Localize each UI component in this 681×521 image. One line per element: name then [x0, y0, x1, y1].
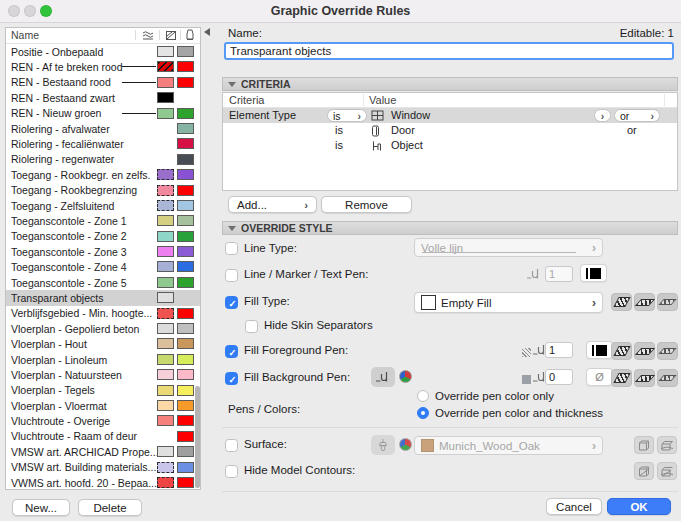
drafting-fill-toggle-button[interactable] — [657, 293, 678, 311]
drafting-fill-toggle-button[interactable] — [657, 369, 678, 387]
fill-background-pen-label: Fill Background Pen: — [244, 371, 350, 383]
rule-list-item[interactable]: Vloerplan - Vloermat — [6, 398, 200, 413]
rule-list-item[interactable]: Toegang - Rookbegrenzing — [6, 183, 200, 198]
rule-list-item[interactable]: REN - Bestaand zwart — [6, 90, 200, 105]
value-picker-button[interactable]: › — [594, 109, 611, 122]
remove-criteria-button[interactable]: Remove — [321, 196, 412, 213]
rule-list-item[interactable]: Riolering - regenwater — [6, 152, 200, 167]
rule-list-item[interactable]: Toeganscontole - Zone 4 — [6, 259, 200, 274]
rule-list-item[interactable]: VMSW art. Building materials... — [6, 460, 200, 475]
new-rule-button[interactable]: New... — [12, 499, 70, 516]
fill-background-pen-checkbox[interactable] — [225, 372, 238, 385]
rule-list-item[interactable]: REN - Nieuw groen — [6, 106, 200, 121]
pens-colors-radio-option[interactable]: Override pen color and thickness — [417, 405, 603, 420]
criteria-row[interactable]: Element Typeis›Window›or› — [223, 108, 677, 123]
hide-model-contours-checkbox[interactable] — [225, 465, 238, 478]
fill-background-swatch — [177, 46, 194, 57]
cancel-button[interactable]: Cancel — [546, 498, 602, 515]
fill-type-dropdown[interactable]: Empty Fill › — [414, 292, 603, 313]
zoom-window-icon[interactable] — [40, 5, 52, 17]
rule-list-item[interactable]: Vloerplan - Gepolierd beton — [6, 321, 200, 336]
rule-list-item[interactable]: Toegang - Rookbegr. en zelfs. — [6, 167, 200, 182]
fill-background-swatch — [177, 308, 194, 319]
rule-list-item[interactable]: Vloerplan - Linoleum — [6, 352, 200, 367]
pen-set-button[interactable] — [371, 367, 395, 387]
cover-fill-toggle-button[interactable] — [634, 293, 655, 311]
rules-list[interactable]: Positie - OnbepaaldREN - Af te breken ro… — [6, 44, 200, 489]
fill-type-value: Empty Fill — [441, 297, 491, 309]
rule-list-item[interactable]: Transparant objects — [6, 290, 200, 305]
fill-foreground-pen-color-button[interactable] — [586, 341, 613, 359]
line-type-label: Line Type: — [244, 242, 297, 254]
rule-name-input[interactable] — [224, 42, 674, 60]
surface-cut-button[interactable] — [657, 436, 677, 454]
rule-list-item[interactable]: Toeganscontole - Zone 2 — [6, 229, 200, 244]
cut-fill-icon — [613, 373, 630, 383]
contours-cut-button[interactable] — [657, 462, 677, 480]
rule-list-item[interactable]: Toeganscontole - Zone 1 — [6, 213, 200, 228]
rule-list-item[interactable]: REN - Bestaand rood — [6, 75, 200, 90]
cut-fill-toggle-button[interactable] — [611, 342, 632, 360]
rule-list-item[interactable]: Riolering - afvalwater — [6, 121, 200, 136]
rule-list-item[interactable]: VMSW art. ARCHICAD Prope... — [6, 444, 200, 459]
cover-fill-toggle-button[interactable] — [634, 342, 655, 360]
contours-all-button[interactable] — [634, 462, 654, 480]
surface-paint-button[interactable] — [371, 435, 395, 455]
rule-list-item[interactable]: Vloerplan - Hout — [6, 336, 200, 351]
pens-colors-radio-option[interactable]: Override pen color only — [417, 388, 603, 403]
close-window-icon[interactable] — [8, 5, 20, 17]
disclosure-triangle-icon — [228, 82, 236, 87]
fill-background-swatch — [177, 154, 194, 165]
ok-button[interactable]: OK — [607, 498, 671, 515]
override-style-section-header[interactable]: OVERRIDE STYLE — [222, 221, 678, 235]
list-scrollbar-thumb[interactable] — [195, 386, 200, 488]
criteria-section-header[interactable]: CRITERIA — [222, 77, 678, 91]
rule-name: Vluchtroute - Overige — [6, 415, 110, 427]
rule-list-item[interactable]: Vluchtroute - Raam of deur — [6, 429, 200, 444]
panel-collapse-arrow-icon[interactable] — [204, 28, 210, 36]
fill-foreground-pen-checkbox[interactable] — [225, 345, 238, 358]
rule-name: Transparant objects — [6, 292, 103, 304]
fill-foreground-pen-number-input[interactable] — [545, 342, 573, 358]
radio-button-icon[interactable] — [417, 407, 429, 419]
color-wheel-icon[interactable] — [399, 370, 412, 383]
hide-skin-separators-checkbox[interactable] — [245, 320, 258, 333]
rule-list-item[interactable]: Toeganscontole - Zone 3 — [6, 244, 200, 259]
fill-background-pen-number-input[interactable] — [545, 369, 573, 385]
minimize-window-icon[interactable] — [24, 5, 36, 17]
color-wheel-icon[interactable] — [399, 438, 412, 451]
line-pen-color-button[interactable] — [580, 264, 607, 282]
rule-list-item[interactable]: Positie - Onbepaald — [6, 44, 200, 59]
line-type-checkbox[interactable] — [225, 242, 238, 255]
rule-name: Riolering - regenwater — [6, 153, 114, 165]
drafting-fill-toggle-button[interactable] — [657, 342, 678, 360]
line-type-dropdown[interactable]: Volle lijn › — [414, 238, 603, 257]
rule-list-item[interactable]: Vloerplan - Natuursteen — [6, 367, 200, 382]
rule-list-item[interactable]: Riolering - fecaliënwater — [6, 136, 200, 151]
add-criteria-button[interactable]: Add... › — [228, 196, 317, 213]
criteria-row[interactable]: isObject — [223, 138, 677, 153]
rule-list-item[interactable]: Verblijfsgebied - Min. hoogte... — [6, 306, 200, 321]
radio-button-icon[interactable] — [417, 390, 429, 402]
rule-list-item[interactable]: Vloerplan - Tegels — [6, 383, 200, 398]
rule-list-item[interactable]: Toegang - Zelfsluitend — [6, 198, 200, 213]
cut-fill-toggle-button[interactable] — [611, 293, 632, 311]
rule-list-item[interactable]: VWMS art. hoofd. 20 - Bepaa... — [6, 475, 200, 489]
cover-fill-toggle-button[interactable] — [634, 369, 655, 387]
fill-type-checkbox[interactable] — [225, 296, 238, 309]
surface-dropdown[interactable]: Munich_Wood_Oak › — [414, 436, 603, 455]
rule-list-item[interactable]: Toeganscontole - Zone 5 — [6, 275, 200, 290]
rule-list-item[interactable]: Vluchtroute - Overige — [6, 413, 200, 428]
rule-list-item[interactable]: REN - Af te breken rood — [6, 59, 200, 74]
line-marker-text-pen-checkbox[interactable] — [225, 269, 238, 282]
cut-fill-toggle-button[interactable] — [611, 369, 632, 387]
delete-rule-button[interactable]: Delete — [78, 499, 142, 516]
fill-background-pen-color-button[interactable]: Ø — [586, 368, 613, 386]
fill-background-swatch — [177, 61, 194, 72]
surface-all-button[interactable] — [634, 436, 654, 454]
criteria-row[interactable]: isDooror — [223, 123, 677, 138]
operator-dropdown[interactable]: is› — [327, 109, 367, 122]
join-operator-dropdown[interactable]: or› — [614, 109, 660, 122]
line-pen-number-input[interactable] — [545, 266, 573, 282]
surface-checkbox[interactable] — [225, 439, 238, 452]
